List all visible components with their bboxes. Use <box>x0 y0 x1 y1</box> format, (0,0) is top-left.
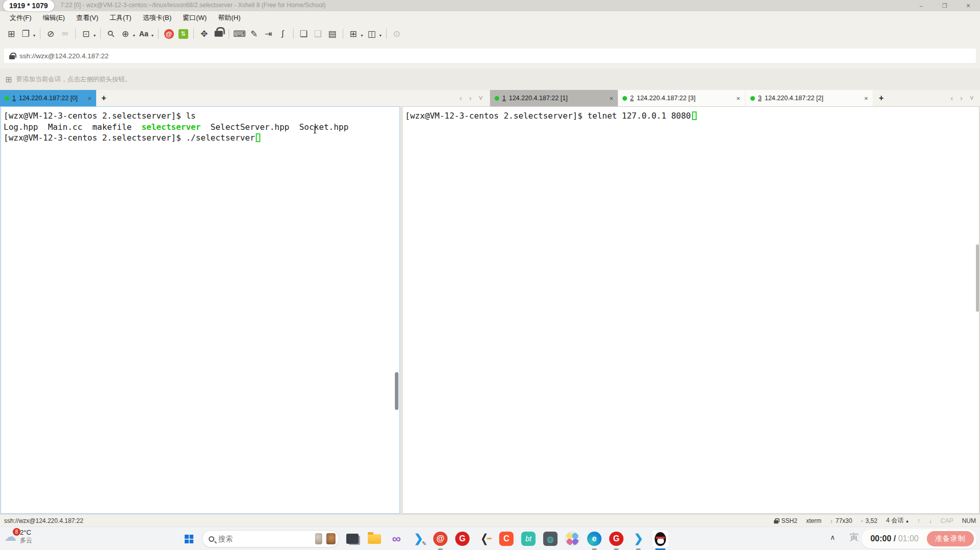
tab-close-icon[interactable]: × <box>859 95 868 102</box>
address-input[interactable] <box>19 52 971 60</box>
font-icon[interactable]: Aa <box>138 27 150 40</box>
right-tab-2[interactable]: 2 124.220.4.187:22 [3] × <box>618 90 746 106</box>
window-controls: – ❐ ✕ <box>909 0 980 11</box>
menu-tools[interactable]: 工具(T) <box>104 13 137 22</box>
log-view-icon[interactable]: ▤ <box>326 27 339 40</box>
session-dialog-dropdown-icon[interactable]: ▾ <box>94 33 96 38</box>
search-highlight-image-icon[interactable] <box>326 533 336 544</box>
start-button[interactable] <box>180 530 197 548</box>
paint-button[interactable] <box>564 530 581 548</box>
xshell-taskbar-button[interactable]: @ <box>432 530 449 548</box>
send-text-icon[interactable]: ⇥ <box>262 27 275 40</box>
vscode-edit-button[interactable]: ❮✎ <box>410 530 427 548</box>
scroll-buffer-icon[interactable]: ʃ <box>277 27 289 40</box>
new-session-icon[interactable]: ⊞ <box>5 27 17 40</box>
visual-studio-button[interactable]: ∞ <box>388 530 405 548</box>
status-session-count[interactable]: 4 会话▴ <box>886 516 908 525</box>
right-tab-1[interactable]: 1 124.220.4.187:22 [1] × <box>490 90 618 106</box>
prepare-record-button[interactable]: 准备录制 <box>927 531 974 546</box>
lock-screen-icon[interactable] <box>212 27 225 40</box>
task-view-button[interactable] <box>344 530 361 548</box>
open-sessions-icon[interactable]: ❐ <box>19 27 32 40</box>
dark-app-button[interactable]: ◍ <box>542 530 559 548</box>
font-size-down-icon[interactable]: ↓ <box>929 517 932 524</box>
tab-scroll-left-icon[interactable]: ‹ <box>950 94 953 102</box>
xftp-transfer-icon[interactable]: ⇅ <box>177 27 189 40</box>
weather-widget[interactable]: ☁8 2°C 多云 <box>4 529 32 545</box>
highlight-pen-icon[interactable]: ✎ <box>248 27 260 40</box>
tray-expand-chevron-icon[interactable]: ∧ <box>830 533 835 541</box>
tab-scroll-right-icon[interactable]: › <box>469 94 472 102</box>
xshell-icon: @ <box>433 532 448 546</box>
status-cursor-position: ▫3,52 <box>861 517 877 524</box>
left-new-tab-button[interactable]: + <box>96 90 112 106</box>
gitee-running-button[interactable]: G <box>608 530 625 548</box>
virtual-keyboard-icon[interactable]: ⌨ <box>233 27 246 40</box>
menu-tab[interactable]: 选项卡(B) <box>137 13 177 22</box>
tab-close-icon[interactable]: × <box>731 95 740 102</box>
reconnect-icon[interactable]: ∞ <box>59 27 71 40</box>
temperature: 2°C <box>20 529 32 536</box>
gitee-button[interactable]: G <box>454 530 471 548</box>
leetcode-button[interactable]: ❬ <box>476 530 493 548</box>
screen-recording-widget: 00:00 / 01:00 准备录制 <box>861 529 977 548</box>
encoding-dropdown-icon[interactable]: ▾ <box>133 33 135 38</box>
search-input[interactable] <box>218 535 311 543</box>
close-icon[interactable]: ✕ <box>956 0 980 11</box>
disconnect-icon[interactable]: ⊘ <box>44 27 57 40</box>
tab-scroll-right-icon[interactable]: › <box>960 94 963 102</box>
address-field[interactable] <box>4 49 976 63</box>
session-connected-dot-icon <box>5 96 9 101</box>
font-dropdown-icon[interactable]: ▾ <box>151 33 153 38</box>
vscode-button[interactable]: ❮ <box>630 530 647 548</box>
status-bar: ssh://wzx@124.220.4.187:22 SSH2 xterm ↕7… <box>0 514 980 526</box>
chat-icon[interactable]: ⊙ <box>391 27 403 40</box>
visual-studio-icon: ∞ <box>392 532 400 546</box>
xshell-logo-icon[interactable]: @ <box>163 27 175 40</box>
file-explorer-button[interactable] <box>366 530 383 548</box>
find-icon[interactable]: ⚲ <box>105 27 117 40</box>
restore-icon[interactable]: ❐ <box>933 0 956 11</box>
menu-view[interactable]: 查看(V) <box>71 13 104 22</box>
ime-indicator-icon[interactable]: 寅 <box>850 531 858 543</box>
new-tab-group-dropdown-icon[interactable]: ▾ <box>361 33 363 38</box>
split-layout-icon[interactable]: ◫ <box>366 27 378 40</box>
right-pane-scrollbar-thumb[interactable] <box>976 244 979 312</box>
qq-button[interactable] <box>652 530 669 548</box>
tab-list-dropdown-icon[interactable]: ˅ <box>479 94 483 102</box>
left-terminal-pane[interactable]: [wzx@VM-12-3-centos 2.selectserver]$ ls … <box>1 106 400 514</box>
taskbar-apps: ∞ ❮✎ @ G ❬ C bt ◍ e G ❮ <box>180 530 669 548</box>
status-protocol: SSH2 <box>773 517 797 524</box>
log-stop-icon[interactable]: ❑ <box>312 27 324 40</box>
encoding-globe-icon[interactable]: ⊕ <box>119 27 131 40</box>
window-title: 7:22 [0] - wzx@VM-12-3-centos:~/linux/le… <box>60 2 326 9</box>
right-terminal-pane[interactable]: [wzx@VM-12-3-centos 2.selectserver]$ tel… <box>402 106 979 514</box>
csdn-button[interactable]: C <box>498 530 515 548</box>
taskbar-search[interactable] <box>202 530 339 547</box>
fullscreen-icon[interactable]: ✥ <box>198 27 210 40</box>
ssl-lock-icon <box>9 55 15 59</box>
search-highlight-image-icon[interactable] <box>315 533 322 544</box>
new-tab-group-icon[interactable]: ⊞ <box>347 27 360 40</box>
menu-edit[interactable]: 编辑(E) <box>37 13 71 22</box>
left-tab-1[interactable]: 1 124.220.4.187:22 [0] × <box>0 90 96 106</box>
gitee-icon: G <box>455 532 470 546</box>
edge-button[interactable]: e <box>586 530 603 548</box>
left-pane-scrollbar-thumb[interactable] <box>395 372 398 410</box>
baota-button[interactable]: bt <box>520 530 537 548</box>
font-size-up-icon[interactable]: ↑ <box>917 517 920 524</box>
split-layout-dropdown-icon[interactable]: ▾ <box>380 33 382 38</box>
right-new-tab-button[interactable]: + <box>874 90 889 106</box>
menu-file[interactable]: 文件(F) <box>4 13 37 22</box>
right-tab-3[interactable]: 3 124.220.4.187:22 [2] × <box>746 90 874 106</box>
menu-help[interactable]: 帮助(H) <box>212 13 246 22</box>
tab-list-dropdown-icon[interactable]: ˅ <box>970 94 974 102</box>
minimize-icon[interactable]: – <box>909 0 933 11</box>
tab-scroll-left-icon[interactable]: ‹ <box>459 94 462 102</box>
tab-close-icon[interactable]: × <box>604 95 613 102</box>
open-sessions-dropdown-icon[interactable]: ▾ <box>33 33 35 38</box>
tab-close-icon[interactable]: × <box>82 95 92 102</box>
log-start-icon[interactable]: ❏ <box>298 27 310 40</box>
menu-window[interactable]: 窗口(W) <box>177 13 212 22</box>
session-dialog-icon[interactable]: ⊡ <box>80 27 92 40</box>
